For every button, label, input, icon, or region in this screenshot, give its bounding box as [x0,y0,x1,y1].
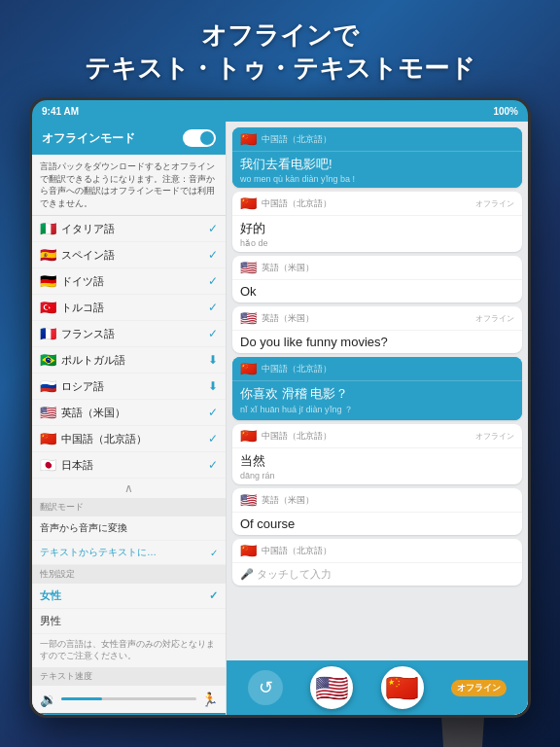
flag-italian: 🇮🇹 [40,221,56,236]
header-title: オフラインで テキスト・トゥ・テキストモード [0,19,560,86]
lang-name-english: 英語（米国） [61,406,125,420]
lang-name-japanese: 日本語 [61,458,93,473]
lang-item-english[interactable]: 🇺🇸 英語（米国） ✓ [32,400,226,426]
lang-item-chinese[interactable]: 🇨🇳 中国語（北京語） ✓ [32,426,226,452]
right-panel: 🇨🇳 中国語（北京語） 我们去看电影吧! wo men qù kàn diàn … [227,122,528,715]
message-2: 🇨🇳 中国語（北京語） オフライン 好的 hǎo de [232,192,522,252]
voice-slider-row: 🔉 🏃 [32,686,226,713]
msg-6-lang: 中国語（北京語） [262,430,332,443]
gender-section-title: 性別設定 [32,565,226,584]
message-4: 🇺🇸 英語（米国） オフライン Do you like funny movies… [232,306,522,353]
message-7: 🇺🇸 英語（米国） Of course [232,488,522,535]
gender-male[interactable]: 男性 [32,609,226,634]
mode-voice-to-voice[interactable]: 音声から音声に変換 [32,516,226,541]
check-german: ✓ [208,274,218,288]
message-3: 🇺🇸 英語（米国） Ok [232,256,522,302]
flag-french: 🇫🇷 [40,326,56,341]
lang-item-spanish[interactable]: 🇪🇸 スペイン語 ✓ [32,242,226,268]
chat-messages: 🇨🇳 中国語（北京語） 我们去看电影吧! wo men qù kàn diàn … [227,122,528,660]
msg-6-romanize: dāng rán [240,471,514,480]
gender-male-label: 男性 [40,614,61,628]
mode-text-to-text[interactable]: テキストからテキストに… ✓ [32,541,226,565]
msg-7-lang: 英語（米国） [262,494,314,507]
lang-item-german[interactable]: 🇩🇪 ドイツ語 ✓ [32,268,226,295]
offline-toggle-row: オフラインモード [32,122,226,155]
gender-female-label: 女性 [40,588,61,603]
msg-2-lang: 中国語（北京語） [262,197,332,210]
lang-name-german: ドイツ語 [61,274,104,289]
msg-3-flag: 🇺🇸 [240,260,257,275]
gender-female[interactable]: 女性 ✓ [32,584,226,609]
msg-input-placeholder[interactable]: 🎤 タッチして入力 [240,567,514,582]
lang-name-spanish: スペイン語 [61,248,115,263]
msg-7-flag: 🇺🇸 [240,492,257,508]
msg-4-flag: 🇺🇸 [240,310,257,326]
flag-english: 🇺🇸 [40,405,56,420]
lang-item-portuguese[interactable]: 🇧🇷 ポルトガル語 ⬇ [32,347,226,374]
lang-name-french: フランス語 [61,327,115,341]
flag-button-cn[interactable]: 🇨🇳 [381,666,424,709]
lang-name-italian: イタリア語 [61,222,115,236]
flag-german: 🇩🇪 [40,273,56,289]
check-spanish: ✓ [208,248,218,262]
battery-indicator: 100% [493,106,518,117]
msg-1-text: 我们去看电影吧! [240,156,514,173]
msg-input-lang: 中国語（北京語） [262,545,332,557]
lang-item-russian[interactable]: 🇷🇺 ロシア語 ⬇ [32,374,226,400]
lang-name-russian: ロシア語 [61,379,104,394]
lang-item-turkish[interactable]: 🇹🇷 トルコ語 ✓ [32,295,226,321]
msg-4-lang: 英語（米国） [262,312,314,325]
msg-4-offline: オフライン [475,313,514,324]
offline-toggle[interactable] [183,129,216,147]
msg-6-text: 当然 [240,452,514,470]
refresh-button[interactable]: ↺ [248,670,283,705]
check-chinese: ✓ [208,432,218,445]
message-6: 🇨🇳 中国語（北京語） オフライン 当然 dāng rán [232,424,522,484]
msg-5-flag: 🇨🇳 [240,361,257,376]
status-bar: 9:41 AM 100% [32,100,528,122]
msg-2-romanize: hǎo de [240,238,514,248]
gender-female-check: ✓ [209,589,218,602]
lang-name-chinese: 中国語（北京語） [61,432,147,446]
msg-2-text: 好的 [240,220,514,237]
download-portuguese: ⬇ [208,353,218,367]
message-5: 🇨🇳 中国語（北京語） 你喜欢 滑稽 电影？ nǐ xǐ huān huá jī… [232,357,522,420]
msg-3-lang: 英語（米国） [262,262,314,274]
voice-slider-track[interactable] [61,697,196,700]
gender-note: 一部の言語は、女性音声のみの対応となりますのでご注意ください。 [32,634,226,666]
lang-item-japanese[interactable]: 🇯🇵 日本語 ✓ [32,452,226,479]
offline-label: オフラインモード [42,130,135,147]
left-panel: オフラインモード 言語パックをダウンロードするとオフラインで翻訳できるようになり… [32,122,227,715]
flag-chinese: 🇨🇳 [40,431,56,446]
voice-fast-icon: 🏃 [201,692,218,707]
check-italian: ✓ [208,222,218,235]
translation-mode-title: 翻訳モード [32,498,226,516]
voice-slider-fill [61,697,102,700]
msg-2-flag: 🇨🇳 [240,196,257,211]
mode-text-check: ✓ [210,548,218,558]
lang-name-turkish: トルコ語 [61,301,104,315]
scroll-up-button[interactable]: ∧ [32,479,226,498]
flag-russian: 🇷🇺 [40,378,56,394]
check-french: ✓ [208,327,218,340]
msg-1-lang: 中国語（北京語） [262,133,332,146]
voice-speed-title: テキスト速度 [32,667,226,686]
mode-voice-to-voice-label: 音声から音声に変換 [40,521,127,535]
lang-item-french[interactable]: 🇫🇷 フランス語 ✓ [32,321,226,347]
flag-button-us[interactable]: 🇺🇸 [310,666,353,709]
flag-turkish: 🇹🇷 [40,300,56,315]
msg-1-romanize: wo men qù kàn diàn yǐng ba ! [240,174,514,184]
download-russian: ⬇ [208,379,218,393]
msg-2-offline: オフライン [475,198,514,209]
device-frame: 9:41 AM 100% オフラインモード 言語パックをダウンロードするとオフラ… [29,97,531,718]
msg-4-text: Do you like funny movies? [240,335,514,349]
lang-item-italian[interactable]: 🇮🇹 イタリア語 ✓ [32,216,226,242]
msg-1-flag: 🇨🇳 [240,131,257,147]
status-time: 9:41 AM [42,106,79,117]
message-input: 🇨🇳 中国語（北京語） 🎤 タッチして入力 [232,539,522,586]
check-japanese: ✓ [208,458,218,472]
flag-japanese: 🇯🇵 [40,457,56,473]
msg-3-text: Ok [240,284,514,299]
header-section: オフラインで テキスト・トゥ・テキストモード [0,19,560,86]
msg-6-flag: 🇨🇳 [240,428,257,444]
